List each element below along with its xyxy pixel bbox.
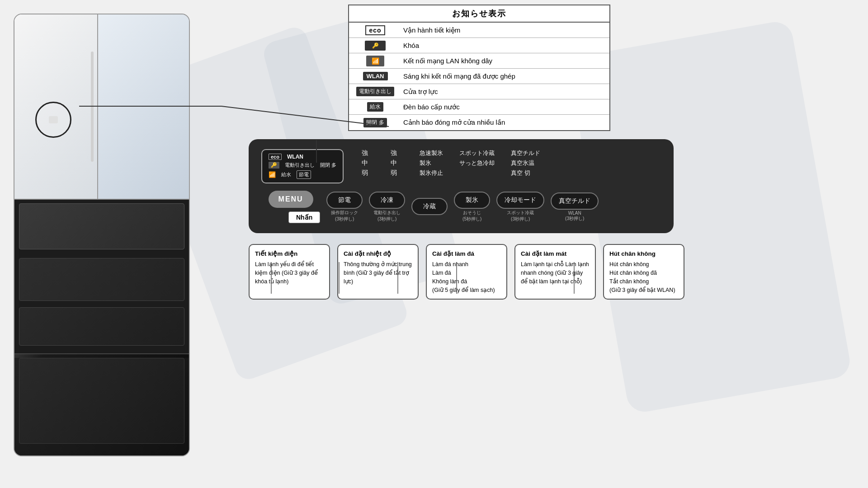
- desc-box-electricity: Tiết kiệm điện Làm lạnh yếu đi để tiết k…: [249, 244, 330, 300]
- level-2-strong: 強: [391, 149, 397, 157]
- right-section: お知らせ表示 eco Vận hành tiết kiệm 🔑 Khóa 📶 K…: [222, 5, 854, 300]
- status-wlan: WLAN: [287, 154, 303, 160]
- reitou-sublabel: 電動引き出し(3秒押し): [373, 210, 401, 222]
- func-ice-stop: 製氷停止: [420, 169, 443, 177]
- level-1-weak: 弱: [362, 169, 368, 177]
- desc-box-temp: Cài đặt nhiệt độ Thông thường ở mức trun…: [337, 244, 419, 300]
- func-vacuum-chilled: 真空チルド: [511, 149, 540, 157]
- status-wifi: 📶: [269, 171, 276, 178]
- drawer-badge: 電動引き出し: [356, 87, 394, 96]
- status-eco: eco: [269, 154, 282, 160]
- func-spot-cold: スポット冷蔵: [459, 149, 495, 157]
- status-row-3: 📶 給水 節電: [269, 170, 336, 179]
- desc-content-vacuum: Hút chân không Hút chân không đã Tắt châ…: [609, 260, 678, 294]
- wlan-icon-cell: WLAN: [353, 72, 398, 80]
- key-icon-cell: 🔑: [353, 41, 398, 51]
- key-icon: 🔑: [365, 41, 386, 51]
- seihyo-button[interactable]: 製氷: [454, 192, 490, 209]
- wifi-icon: 📶: [366, 56, 384, 66]
- vacuum-chilled-button[interactable]: 真空チルド: [551, 192, 599, 210]
- func-ice: 製氷: [420, 159, 443, 167]
- desc-title-temp: Cài đặt nhiệt độ: [344, 249, 412, 258]
- fridge-circle-indicator: [35, 102, 71, 138]
- key-text: Khóa: [398, 42, 606, 49]
- info-row-key: 🔑 Khóa: [349, 38, 609, 53]
- water-text: Đèn báo cấp nước: [398, 103, 606, 111]
- func-quick-cool: サっと急冷却: [459, 159, 495, 167]
- drawer-icon-cell: 電動引き出し: [353, 87, 398, 96]
- level-2-weak: 弱: [391, 169, 397, 177]
- control-panel: eco WLAN 🔑 電動引き出し 開閉 多 📶 給水 節電 強 中 弱: [249, 139, 674, 233]
- desc-title-ice: Cài đặt làm đá: [432, 249, 501, 258]
- open-icon-cell: 開閉 多: [353, 118, 398, 127]
- wifi-icon-cell: 📶: [353, 56, 398, 66]
- circle-dot: [49, 116, 58, 123]
- fridge-middle: [14, 200, 189, 354]
- menu-btn-group: MENU Nhấn: [261, 191, 320, 223]
- seihyo-sublabel: おそうじ(5秒押し): [462, 210, 481, 222]
- func-col-3: 真空チルド 真空氷温 真空 切: [511, 149, 540, 177]
- func-col-1: 急速製氷 製氷 製氷停止: [420, 149, 443, 177]
- wifi-text: Kết nối mạng LAN không dây: [398, 57, 606, 65]
- fridge-panel-1: [19, 203, 184, 249]
- status-denki: 電動引き出し: [285, 162, 315, 169]
- fridge-panel-3: [19, 307, 184, 346]
- panel-top: eco WLAN 🔑 電動引き出し 開閉 多 📶 給水 節電 強 中 弱: [261, 149, 661, 183]
- level-col-2: 強 中 弱: [391, 149, 397, 177]
- fridge-image: [14, 14, 190, 456]
- cooling-mode-button[interactable]: 冷却モード: [496, 192, 544, 209]
- info-row-water: 給水 Đèn báo cấp nước: [349, 99, 609, 115]
- info-table: お知らせ表示 eco Vận hành tiết kiệm 🔑 Khóa 📶 K…: [348, 5, 610, 131]
- fridge-panel-2: [19, 258, 184, 301]
- reitou-button[interactable]: 冷凍: [369, 192, 405, 209]
- info-row-drawer: 電動引き出し Cửa trợ lực: [349, 84, 609, 99]
- level-2-mid: 中: [391, 159, 397, 167]
- water-badge: 給水: [367, 102, 383, 112]
- status-row-1: eco WLAN: [269, 154, 336, 160]
- open-text: Cảnh báo đóng mở cửa nhiều lần: [398, 118, 606, 127]
- desc-content-temp: Thông thường ở mức trung bình (Giữ 3 giâ…: [344, 260, 412, 286]
- vacuum-chilled-btn-group: 真空チルド WLAN(3秒押し): [551, 192, 599, 222]
- status-kyusui: 給水: [281, 171, 291, 178]
- func-col-2: スポット冷蔵 サっと急冷却: [459, 149, 495, 169]
- desc-title-cool: Cài đặt làm mát: [521, 249, 590, 258]
- reizo-button[interactable]: 冷蔵: [411, 198, 448, 215]
- status-setsuden: 節電: [297, 170, 311, 179]
- info-row-wifi: 📶 Kết nối mạng LAN không dây: [349, 53, 609, 69]
- eco-text: Vận hành tiết kiệm: [398, 26, 606, 34]
- desc-box-ice: Cài đặt làm đá Làm đá nhanh Làm đá Không…: [426, 244, 507, 300]
- level-1-mid: 中: [362, 159, 368, 167]
- eco-badge: eco: [365, 25, 385, 35]
- level-1-strong: 強: [362, 149, 368, 157]
- cooling-mode-sublabel: スポット冷蔵(3秒押し): [507, 210, 534, 222]
- info-row-eco: eco Vận hành tiết kiệm: [349, 23, 609, 38]
- desc-box-vacuum: Hút chân không Hút chân không Hút chân k…: [603, 244, 684, 300]
- desc-section: Tiết kiệm điện Làm lạnh yếu đi để tiết k…: [249, 244, 854, 300]
- panel-buttons-row: MENU Nhấn 節電 操作部ロック(3秒押し) 冷凍 電動引き出し(3秒押し…: [261, 191, 661, 223]
- seihyo-btn-group: 製氷 おそうじ(5秒押し): [454, 192, 490, 222]
- info-row-open: 開閉 多 Cảnh báo đóng mở cửa nhiều lần: [349, 115, 609, 130]
- reitou-btn-group: 冷凍 電動引き出し(3秒押し): [369, 192, 405, 222]
- wlan-badge: WLAN: [363, 72, 388, 80]
- setsuden-btn-group: 節電 操作部ロック(3秒押し): [326, 192, 363, 222]
- panel-status-box: eco WLAN 🔑 電動引き出し 開閉 多 📶 給水 節電: [261, 149, 344, 183]
- fridge-bottom: [14, 358, 189, 457]
- nhan-label: Nhấn: [288, 211, 320, 223]
- desc-title-vacuum: Hút chân không: [609, 249, 678, 258]
- level-col-1: 強 中 弱: [362, 149, 368, 177]
- fridge-bottom-panel: [19, 358, 184, 444]
- desc-content-electricity: Làm lạnh yếu đi để tiết kiệm điện (Giữ 3…: [255, 260, 324, 286]
- info-row-wlan: WLAN Sáng khi kết nối mạng đã được ghép: [349, 69, 609, 84]
- func-rapid-ice: 急速製氷: [420, 149, 443, 157]
- func-vacuum-ice-temp: 真空氷温: [511, 159, 540, 167]
- fridge-handle-left: [91, 52, 94, 162]
- fridge-top-right: [98, 14, 189, 199]
- setsuden-button[interactable]: 節電: [326, 192, 363, 209]
- water-icon-cell: 給水: [353, 102, 398, 112]
- info-table-header: お知らせ表示: [349, 5, 609, 23]
- desc-content-cool: Làm lạnh tại chỗ Làm lạnh nhanh chóng (G…: [521, 260, 590, 286]
- menu-button[interactable]: MENU: [269, 191, 313, 208]
- status-open: 開閉 多: [320, 162, 336, 169]
- setsuden-sublabel: 操作部ロック(3秒押し): [331, 210, 358, 222]
- reizo-btn-group: 冷蔵: [411, 198, 448, 216]
